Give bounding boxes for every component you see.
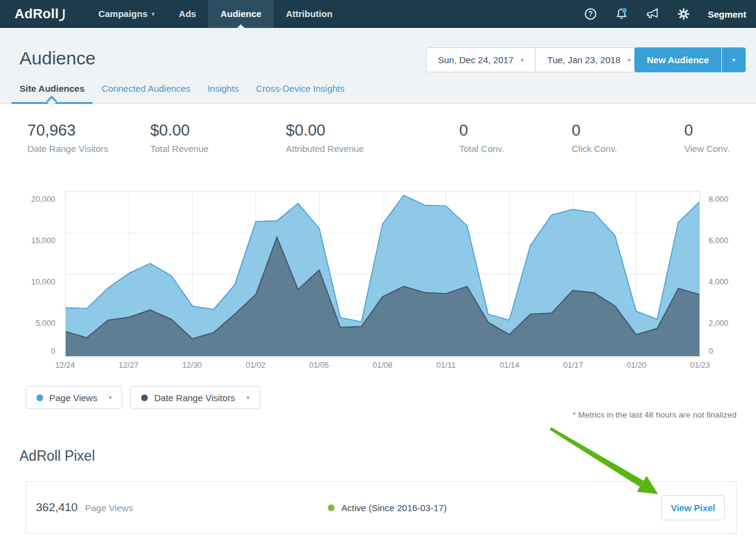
nav-item-label: Audience	[220, 0, 262, 28]
chart-canvas	[66, 192, 699, 356]
pixel-page-views-value: 362,410	[36, 501, 78, 514]
top-navbar: AdRoll Campaigns▾AdsAudienceAttribution …	[0, 0, 756, 28]
status-dot-icon	[328, 504, 335, 511]
page-header: Audience Sun, Dec 24, 2017 ▾ Tue, Jan 23…	[0, 28, 756, 104]
axis-tick-label: 0	[709, 346, 713, 356]
tab-connected-audiences[interactable]: Connected Audiences	[102, 83, 190, 103]
chevron-down-icon: ▾	[521, 57, 524, 63]
stat-label: Attributed Revenue	[286, 143, 364, 154]
stat-attributed-revenue: $0.00Attributed Revenue	[286, 121, 364, 154]
legend-dot-icon	[141, 394, 148, 401]
adroll-logo-text: AdRoll	[15, 6, 59, 22]
axis-tick-label: 10,000	[31, 277, 55, 286]
x-tick-label: 12/24	[55, 360, 75, 370]
nav-item-label: Campaigns	[99, 0, 148, 28]
segment-link[interactable]: Segment	[708, 9, 746, 19]
stat-value: $0.00	[286, 121, 364, 139]
adroll-logo[interactable]: AdRoll	[15, 6, 66, 22]
stat-label: View Conv.	[684, 143, 729, 154]
date-range-picker: Sun, Dec 24, 2017 ▾ Tue, Jan 23, 2018 ▾	[426, 47, 643, 72]
audience-tabs: Site AudiencesConnected AudiencesInsight…	[19, 83, 345, 103]
legend-dot-icon	[36, 394, 43, 401]
stat-total-revenue: $0.00Total Revenue	[150, 121, 209, 154]
tab-insights[interactable]: Insights	[207, 83, 239, 103]
x-tick-label: 01/17	[563, 360, 583, 370]
pixel-section-heading: AdRoll Pixel	[19, 448, 95, 464]
x-tick-label: 01/11	[437, 360, 456, 370]
axis-tick-label: 8,000	[709, 194, 729, 204]
nav-item-label: Ads	[179, 0, 196, 28]
pixel-status: Active (Since 2016-03-17)	[328, 482, 446, 533]
chevron-down-icon: ▾	[628, 57, 631, 63]
x-tick-label: 12/30	[182, 360, 203, 370]
stat-value: 0	[572, 121, 617, 139]
x-tick-label: 01/05	[309, 360, 329, 370]
settings-gear-icon[interactable]	[677, 7, 690, 21]
stat-label: Click Conv.	[572, 143, 617, 154]
axis-tick-label: 4,000	[709, 277, 729, 286]
stat-value: 0	[459, 121, 504, 139]
chevron-down-icon: ▾	[152, 0, 155, 28]
chevron-down-icon: ▾	[109, 394, 112, 401]
legend-label: Date Range Visitors	[154, 393, 235, 403]
stat-total-conv-: 0Total Conv.	[459, 121, 504, 154]
navbar-right: ?	[584, 7, 756, 21]
nav-item-attribution[interactable]: Attribution	[274, 0, 345, 28]
new-audience-dropdown-button[interactable]: ▾	[721, 47, 746, 72]
stat-date-range-visitors: 70,963Date Range Visitors	[27, 121, 108, 154]
end-date-value: Tue, Jan 23, 2018	[547, 55, 620, 65]
adroll-logo-hook-icon	[59, 8, 66, 22]
nav-item-label: Attribution	[286, 0, 333, 28]
tab-cross-device-insights[interactable]: Cross-Device Insights	[256, 83, 345, 103]
notification-badge	[622, 8, 626, 13]
legend-label: Page Views	[49, 393, 97, 403]
svg-text:?: ?	[588, 10, 592, 18]
notifications-bell-icon[interactable]	[615, 7, 628, 21]
stat-value: 70,963	[27, 121, 108, 139]
nav-item-campaigns[interactable]: Campaigns▾	[86, 0, 167, 28]
nav-item-audience[interactable]: Audience	[208, 0, 274, 28]
pixel-page-views-label: Page Views	[85, 503, 133, 513]
main-nav: Campaigns▾AdsAudienceAttribution	[86, 0, 345, 28]
audience-page: AdRoll Campaigns▾AdsAudienceAttribution …	[0, 0, 756, 547]
pixel-card: 362,410 Page Views Active (Since 2016-03…	[26, 481, 737, 534]
x-tick-label: 01/14	[500, 360, 520, 370]
stat-click-conv-: 0Click Conv.	[572, 121, 617, 154]
stat-value: 0	[684, 121, 729, 139]
help-icon[interactable]: ?	[584, 7, 597, 21]
chart-legend: Page Views▾Date Range Visitors▾	[26, 386, 260, 409]
pixel-page-views: 362,410 Page Views	[36, 482, 133, 533]
legend-toggle-date-range-visitors[interactable]: Date Range Visitors▾	[130, 386, 260, 409]
axis-tick-label: 6,000	[709, 236, 729, 245]
area-chart	[65, 191, 700, 357]
tab-site-audiences[interactable]: Site Audiences	[19, 83, 85, 103]
axis-tick-label: 2,000	[709, 318, 729, 328]
x-tick-label: 01/20	[626, 360, 647, 370]
summary-stats: 70,963Date Range Visitors$0.00Total Reve…	[0, 121, 756, 157]
left-axis-ticks: 20,00015,00010,0005,0000	[0, 191, 60, 357]
announcements-megaphone-icon[interactable]	[646, 7, 659, 21]
new-audience-split-button: New Audience ▾	[634, 47, 746, 72]
right-axis-ticks: 8,0006,0004,0002,0000	[704, 191, 752, 357]
nav-item-ads[interactable]: Ads	[167, 0, 208, 28]
end-date-picker[interactable]: Tue, Jan 23, 2018 ▾	[535, 48, 642, 72]
start-date-picker[interactable]: Sun, Dec 24, 2017 ▾	[426, 48, 535, 72]
x-tick-label: 01/02	[246, 360, 266, 370]
axis-tick-label: 5,000	[35, 318, 55, 328]
page-title: Audience	[19, 48, 95, 69]
x-axis-ticks: 12/2412/2712/3001/0201/0501/0801/1101/14…	[65, 360, 700, 371]
stat-label: Date Range Visitors	[27, 143, 108, 154]
stat-view-conv-: 0View Conv.	[684, 121, 729, 154]
x-tick-label: 01/23	[690, 360, 710, 370]
start-date-value: Sun, Dec 24, 2017	[438, 55, 513, 65]
stat-label: Total Conv.	[459, 143, 504, 154]
view-pixel-button[interactable]: View Pixel	[661, 495, 725, 520]
axis-tick-label: 15,000	[31, 236, 55, 245]
stat-value: $0.00	[150, 121, 209, 139]
new-audience-button[interactable]: New Audience	[634, 47, 721, 72]
x-tick-label: 01/08	[373, 360, 393, 370]
axis-tick-label: 20,000	[31, 194, 55, 204]
axis-tick-label: 0	[51, 346, 55, 356]
metrics-footnote: * Metrics in the last 48 hours are not f…	[573, 410, 737, 419]
legend-toggle-page-views[interactable]: Page Views▾	[26, 386, 122, 409]
